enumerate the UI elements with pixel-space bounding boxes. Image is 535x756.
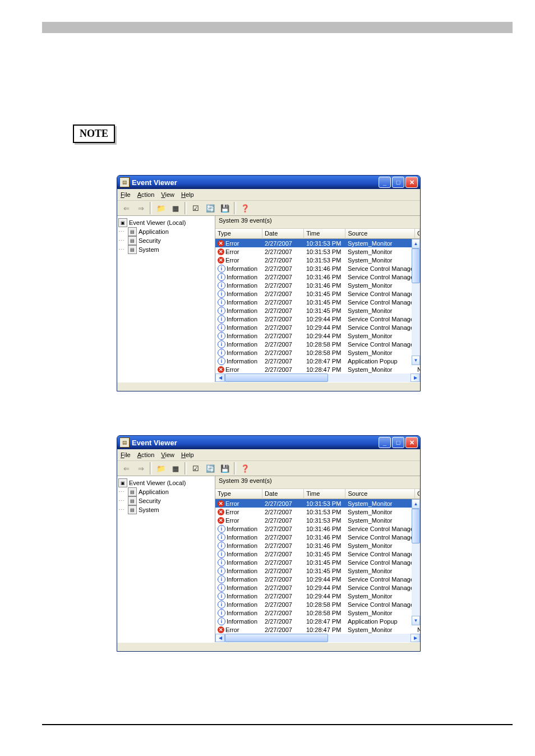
table-row[interactable]: iInformation2/27/200710:29:44 PMService … xyxy=(215,315,420,323)
table-row[interactable]: iInformation2/27/200710:29:44 PMService … xyxy=(215,583,420,592)
table-row[interactable]: ✕Error2/27/200710:31:53 PMSystem_Monitor… xyxy=(215,499,420,508)
tree-root[interactable]: ▣ Event Viewer (Local) xyxy=(118,478,214,487)
minimize-button[interactable]: _ xyxy=(379,177,391,188)
menu-help[interactable]: Help xyxy=(181,191,194,198)
scroll-thumb[interactable] xyxy=(225,374,328,382)
table-row[interactable]: iInformation2/27/200710:31:46 PMService … xyxy=(215,264,420,273)
col-date[interactable]: Date xyxy=(262,489,304,499)
col-type[interactable]: Type xyxy=(215,229,262,239)
table-row[interactable]: ✕Error2/27/200710:31:53 PMSystem_Monitor… xyxy=(215,508,420,516)
event-viewer-window: ▤ Event Viewer _ □ ✕ File Action View He… xyxy=(117,175,421,391)
vertical-scrollbar[interactable]: ▲ ▼ xyxy=(412,499,420,625)
help-icon[interactable]: ❓ xyxy=(238,201,252,215)
table-row[interactable]: iInformation2/27/200710:31:45 PMService … xyxy=(215,550,420,558)
scroll-left-icon[interactable]: ◀ xyxy=(215,634,225,642)
tree-item-system[interactable]: ⋯▤ System xyxy=(118,245,214,254)
scroll-down-icon[interactable]: ▼ xyxy=(412,356,420,365)
table-row[interactable]: iInformation2/27/200710:29:44 PMService … xyxy=(215,575,420,583)
scroll-thumb[interactable] xyxy=(412,248,420,283)
col-time[interactable]: Time xyxy=(304,229,345,239)
list-icon[interactable]: ▦ xyxy=(169,201,182,215)
table-row[interactable]: ✕Error2/27/200710:31:53 PMSystem_Monitor… xyxy=(215,247,420,256)
table-row[interactable]: iInformation2/27/200710:28:58 PMSystem_M… xyxy=(215,609,420,617)
col-source[interactable]: Source xyxy=(345,229,415,239)
refresh-icon[interactable]: 🔄 xyxy=(204,201,217,215)
tree-item-system[interactable]: ⋯▤ System xyxy=(118,505,214,514)
table-row[interactable]: iInformation2/27/200710:28:47 PMApplicat… xyxy=(215,357,420,365)
scroll-up-icon[interactable]: ▲ xyxy=(412,239,420,248)
maximize-button[interactable]: □ xyxy=(392,437,404,448)
tree-root[interactable]: ▣ Event Viewer (Local) xyxy=(118,218,214,227)
col-type[interactable]: Type xyxy=(215,489,262,499)
horizontal-scrollbar[interactable]: ◀ ▶ xyxy=(215,634,420,642)
table-row[interactable]: iInformation2/27/200710:31:46 PMService … xyxy=(215,273,420,281)
tree-item-security[interactable]: ⋯▤ Security xyxy=(118,236,214,245)
table-row[interactable]: iInformation2/27/200710:31:46 PMSystem_M… xyxy=(215,281,420,289)
table-row[interactable]: iInformation2/27/200710:28:58 PMSystem_M… xyxy=(215,348,420,357)
table-row[interactable]: ✕Error2/27/200710:31:53 PMSystem_Monitor… xyxy=(215,239,420,247)
menu-view[interactable]: View xyxy=(161,191,174,198)
scroll-right-icon[interactable]: ▶ xyxy=(411,634,420,642)
menu-file[interactable]: File xyxy=(121,191,131,198)
up-icon[interactable]: 📁 xyxy=(154,462,168,475)
tree-item-application[interactable]: ⋯▤ Application xyxy=(118,227,214,236)
scroll-down-icon[interactable]: ▼ xyxy=(412,616,420,625)
scroll-thumb[interactable] xyxy=(412,509,420,543)
table-row[interactable]: iInformation2/27/200710:28:58 PMService … xyxy=(215,340,420,348)
cell-time: 10:31:53 PM xyxy=(304,517,345,524)
cell-time: 10:31:53 PM xyxy=(304,257,345,264)
col-time[interactable]: Time xyxy=(304,489,345,499)
table-row[interactable]: iInformation2/27/200710:31:45 PMService … xyxy=(215,558,420,566)
export-icon[interactable]: 💾 xyxy=(218,201,232,215)
toolbar: ⇐ ⇒ 📁 ▦ ☑ 🔄 💾 ❓ xyxy=(117,461,420,476)
table-row[interactable]: ✕Error2/27/200710:28:47 PMSystem_Monitor… xyxy=(215,365,420,374)
close-button[interactable]: ✕ xyxy=(405,177,418,188)
col-date[interactable]: Date xyxy=(262,229,304,239)
table-row[interactable]: ✕Error2/27/200710:28:47 PMSystem_Monitor… xyxy=(215,625,420,634)
titlebar[interactable]: ▤ Event Viewer _ □ ✕ xyxy=(117,176,420,189)
table-row[interactable]: ✕Error2/27/200710:31:53 PMSystem_Monitor… xyxy=(215,516,420,524)
col-category[interactable]: Ca xyxy=(415,489,420,499)
info-icon: i xyxy=(218,298,225,306)
table-row[interactable]: iInformation2/27/200710:31:46 PMSystem_M… xyxy=(215,541,420,550)
minimize-button[interactable]: _ xyxy=(379,437,391,448)
tree-item-application[interactable]: ⋯▤ Application xyxy=(118,487,214,496)
table-row[interactable]: iInformation2/27/200710:31:45 PMSystem_M… xyxy=(215,306,420,315)
scroll-up-icon[interactable]: ▲ xyxy=(412,499,420,509)
table-row[interactable]: iInformation2/27/200710:31:46 PMService … xyxy=(215,533,420,541)
table-row[interactable]: iInformation2/27/200710:29:44 PMSystem_M… xyxy=(215,592,420,600)
scroll-thumb[interactable] xyxy=(225,634,328,642)
horizontal-scrollbar[interactable]: ◀ ▶ xyxy=(215,374,420,382)
titlebar[interactable]: ▤ Event Viewer _ □ ✕ xyxy=(117,436,420,449)
properties-icon[interactable]: ☑ xyxy=(189,201,202,215)
table-row[interactable]: iInformation2/27/200710:29:44 PMService … xyxy=(215,323,420,331)
table-row[interactable]: iInformation2/27/200710:31:45 PMSystem_M… xyxy=(215,566,420,575)
up-icon[interactable]: 📁 xyxy=(154,201,168,215)
refresh-icon[interactable]: 🔄 xyxy=(204,462,217,475)
col-source[interactable]: Source xyxy=(345,489,415,499)
menu-file[interactable]: File xyxy=(121,451,131,458)
vertical-scrollbar[interactable]: ▲ ▼ xyxy=(412,239,420,365)
table-row[interactable]: iInformation2/27/200710:31:46 PMService … xyxy=(215,524,420,533)
table-row[interactable]: iInformation2/27/200710:28:47 PMApplicat… xyxy=(215,617,420,625)
menu-action[interactable]: Action xyxy=(137,191,155,198)
cell-date: 2/27/2007 xyxy=(262,358,304,365)
maximize-button[interactable]: □ xyxy=(392,177,404,188)
table-row[interactable]: ✕Error2/27/200710:31:53 PMSystem_Monitor… xyxy=(215,256,420,264)
table-row[interactable]: iInformation2/27/200710:28:58 PMService … xyxy=(215,600,420,609)
scroll-right-icon[interactable]: ▶ xyxy=(411,374,420,382)
col-category[interactable]: Ca xyxy=(415,229,420,239)
table-row[interactable]: iInformation2/27/200710:31:45 PMService … xyxy=(215,298,420,306)
help-icon[interactable]: ❓ xyxy=(238,462,252,475)
menu-view[interactable]: View xyxy=(161,451,174,458)
menu-action[interactable]: Action xyxy=(137,451,155,458)
tree-item-security[interactable]: ⋯▤ Security xyxy=(118,496,214,505)
close-button[interactable]: ✕ xyxy=(405,437,418,448)
menu-help[interactable]: Help xyxy=(181,451,194,458)
table-row[interactable]: iInformation2/27/200710:29:44 PMSystem_M… xyxy=(215,331,420,340)
list-icon[interactable]: ▦ xyxy=(169,462,182,475)
scroll-left-icon[interactable]: ◀ xyxy=(215,374,225,382)
table-row[interactable]: iInformation2/27/200710:31:45 PMService … xyxy=(215,289,420,298)
export-icon[interactable]: 💾 xyxy=(218,462,232,475)
properties-icon[interactable]: ☑ xyxy=(189,462,202,475)
